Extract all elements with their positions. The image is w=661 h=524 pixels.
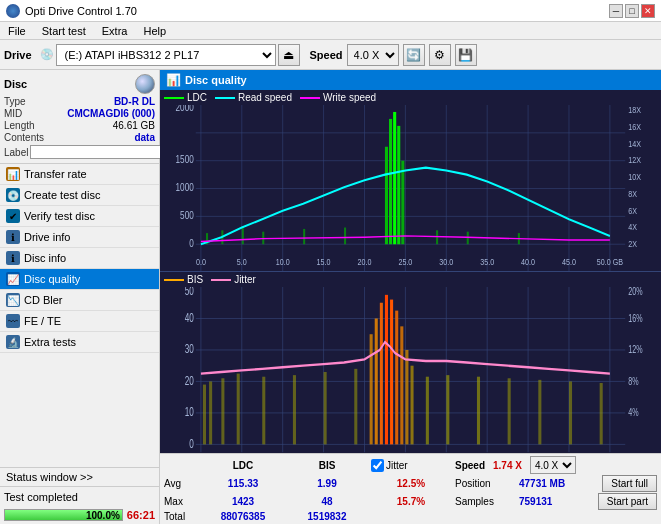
disc-panel: Disc Type BD-R DL MID CMCMAGDI6 (000) Le… — [0, 70, 159, 164]
jitter-check[interactable]: Jitter — [371, 459, 451, 472]
svg-rect-115 — [508, 378, 511, 444]
sidebar-item-fe-te[interactable]: 〰 FE / TE — [0, 311, 159, 332]
svg-rect-103 — [370, 334, 373, 444]
refresh-button[interactable]: 🔄 — [403, 44, 425, 66]
read-speed-label: Read speed — [238, 92, 292, 103]
avg-ldc: 115.33 — [203, 478, 283, 489]
bis-label: BIS — [187, 274, 203, 285]
bottom-chart-svg: 50 40 30 20 10 0 20% 16% 12% 8% 4% 0.0 5… — [160, 287, 661, 453]
svg-rect-106 — [385, 295, 388, 445]
close-button[interactable]: ✕ — [641, 4, 655, 18]
svg-text:0: 0 — [189, 436, 194, 450]
minimize-button[interactable]: ─ — [609, 4, 623, 18]
nav-label-extra-tests: Extra tests — [24, 336, 76, 348]
ldc-header: LDC — [203, 460, 283, 471]
svg-text:40: 40 — [185, 310, 194, 324]
svg-text:4X: 4X — [628, 221, 637, 232]
sidebar-item-cd-bler[interactable]: 📉 CD Bler — [0, 290, 159, 311]
stats-max-row: Max 1423 48 15.7% Samples 759131 Start p… — [164, 493, 657, 510]
bottom-legend: BIS Jitter — [160, 272, 661, 287]
disc-contents-value: data — [134, 132, 155, 143]
svg-text:8%: 8% — [628, 375, 638, 387]
menu-help[interactable]: Help — [139, 24, 170, 38]
sidebar-item-drive-info[interactable]: ℹ Drive info — [0, 227, 159, 248]
svg-text:10: 10 — [185, 404, 194, 418]
svg-rect-52 — [344, 228, 346, 245]
cd-bler-icon: 📉 — [6, 293, 20, 307]
stats-total-row: Total 88076385 1519832 — [164, 511, 657, 522]
jitter-checkbox[interactable] — [371, 459, 384, 472]
disc-icon — [135, 74, 155, 94]
sidebar-item-verify-test-disc[interactable]: ✔ Verify test disc — [0, 206, 159, 227]
nav-label-verify-test-disc: Verify test disc — [24, 210, 95, 222]
settings-button[interactable]: ⚙ — [429, 44, 451, 66]
start-part-button[interactable]: Start part — [598, 493, 657, 510]
app-logo-icon — [6, 4, 20, 18]
disc-label-input[interactable] — [30, 145, 163, 159]
disc-info-icon: ℹ — [6, 251, 20, 265]
svg-text:25.0: 25.0 — [398, 256, 412, 267]
svg-text:1500: 1500 — [176, 153, 195, 166]
legend-write-speed: Write speed — [300, 92, 376, 103]
svg-text:0.0: 0.0 — [196, 256, 206, 267]
save-button[interactable]: 💾 — [455, 44, 477, 66]
nav-label-cd-bler: CD Bler — [24, 294, 63, 306]
bottom-chart: BIS Jitter — [160, 272, 661, 453]
status-window-label: Status window >> — [6, 471, 93, 483]
sidebar-item-disc-quality[interactable]: 📈 Disc quality — [0, 269, 159, 290]
status-window-button[interactable]: Status window >> — [0, 468, 159, 486]
svg-text:12X: 12X — [628, 154, 641, 165]
nav-items: 📊 Transfer rate 💿 Create test disc ✔ Ver… — [0, 164, 159, 467]
sidebar-item-extra-tests[interactable]: 🔬 Extra tests — [0, 332, 159, 353]
samples-label: Samples — [455, 496, 515, 507]
svg-text:15.0: 15.0 — [317, 256, 331, 267]
nav-label-disc-info: Disc info — [24, 252, 66, 264]
svg-rect-44 — [393, 112, 396, 244]
maximize-button[interactable]: □ — [625, 4, 639, 18]
svg-text:14X: 14X — [628, 138, 641, 149]
total-bis: 1519832 — [287, 511, 367, 522]
menu-extra[interactable]: Extra — [98, 24, 132, 38]
legend-ldc: LDC — [164, 92, 207, 103]
top-legend: LDC Read speed Write speed — [160, 90, 661, 105]
svg-text:500: 500 — [180, 209, 194, 222]
speed-value: 1.74 X — [493, 460, 522, 471]
svg-text:20: 20 — [185, 373, 194, 387]
disc-contents-label: Contents — [4, 132, 44, 143]
svg-text:50.0 GB: 50.0 GB — [597, 256, 623, 267]
svg-rect-116 — [538, 380, 541, 445]
read-speed-color — [215, 97, 235, 99]
position-value: 47731 MB — [519, 478, 565, 489]
nav-label-drive-info: Drive info — [24, 231, 70, 243]
eject-button[interactable]: ⏏ — [278, 44, 300, 66]
create-test-disc-icon: 💿 — [6, 188, 20, 202]
svg-rect-107 — [390, 300, 393, 445]
content-area: 📊 Disc quality LDC Read speed — [160, 70, 661, 524]
svg-rect-97 — [221, 378, 224, 444]
title-bar-left: Opti Drive Control 1.70 — [6, 4, 137, 18]
svg-rect-99 — [262, 377, 265, 445]
sidebar-item-transfer-rate[interactable]: 📊 Transfer rate — [0, 164, 159, 185]
time-display: 66:21 — [127, 509, 155, 521]
progress-bar: 100.0% — [4, 509, 123, 521]
menu-file[interactable]: File — [4, 24, 30, 38]
bis-header: BIS — [287, 460, 367, 471]
drive-select[interactable]: (E:) ATAPI iHBS312 2 PL17 — [56, 44, 276, 66]
svg-rect-43 — [389, 119, 392, 244]
svg-rect-109 — [400, 326, 403, 444]
disc-mid-value: CMCMAGDI6 (000) — [67, 108, 155, 119]
svg-text:16X: 16X — [628, 121, 641, 132]
start-full-button[interactable]: Start full — [602, 475, 657, 492]
chart-header: 📊 Disc quality — [160, 70, 661, 90]
transfer-rate-icon: 📊 — [6, 167, 20, 181]
svg-text:12%: 12% — [628, 344, 642, 356]
svg-text:30.0: 30.0 — [439, 256, 453, 267]
stats-area: LDC BIS Jitter Speed 1.74 X 4.0 X Avg 11… — [160, 453, 661, 524]
menu-start-test[interactable]: Start test — [38, 24, 90, 38]
speed-select[interactable]: 4.0 X — [347, 44, 399, 66]
samples-value: 759131 — [519, 496, 552, 507]
speed-select-stats[interactable]: 4.0 X — [530, 456, 576, 474]
sidebar-item-create-test-disc[interactable]: 💿 Create test disc — [0, 185, 159, 206]
sidebar-item-disc-info[interactable]: ℹ Disc info — [0, 248, 159, 269]
disc-length-value: 46.61 GB — [113, 120, 155, 131]
